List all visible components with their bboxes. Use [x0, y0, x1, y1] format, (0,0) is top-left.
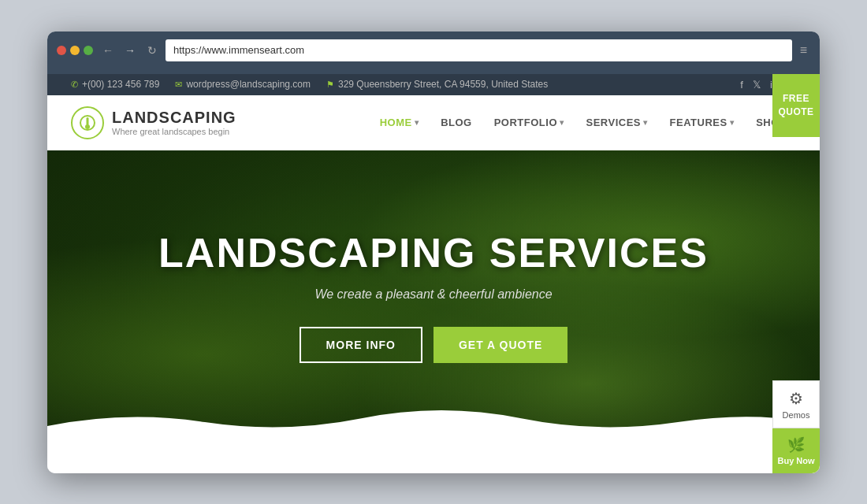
- more-info-button[interactable]: MORE INFO: [300, 327, 422, 363]
- hero-section: LANDSCAPING SERVICES We create a pleasan…: [47, 150, 820, 442]
- features-chevron-icon: ▾: [730, 118, 735, 127]
- logo-text: LANDSCAPING Where great landscapes begin: [112, 109, 236, 136]
- right-sidebar: FREE QUOTE ⚙ Demos 🌿 Buy Now: [772, 74, 820, 473]
- browser-menu-icon[interactable]: ≡: [797, 43, 810, 57]
- maximize-button[interactable]: [84, 46, 93, 55]
- phone-info: ✆ +(00) 123 456 789: [71, 79, 159, 90]
- thermometer-icon: [79, 114, 96, 132]
- close-button[interactable]: [57, 46, 66, 55]
- hero-subtitle: We create a pleasant & cheerful ambience: [158, 287, 709, 302]
- hero-title: LANDSCAPING SERVICES: [158, 229, 709, 276]
- facebook-icon[interactable]: f: [740, 79, 743, 91]
- browser-nav: ← → ↻ https://www.immenseart.com ≡: [99, 39, 810, 61]
- leaf-icon: 🌿: [787, 436, 805, 454]
- svg-rect-1: [87, 117, 89, 125]
- traffic-lights: [57, 46, 93, 55]
- twitter-icon[interactable]: 𝕏: [753, 79, 761, 91]
- website-content: ✆ +(00) 123 456 789 ✉ wordpress@landscap…: [47, 74, 820, 473]
- reload-button[interactable]: ↻: [143, 42, 161, 59]
- buy-now-button[interactable]: 🌿 Buy Now: [772, 428, 820, 473]
- browser-titlebar: ← → ↻ https://www.immenseart.com ≡: [57, 39, 810, 61]
- browser-chrome: ← → ↻ https://www.immenseart.com ≡: [47, 32, 820, 74]
- nav-home[interactable]: HOME ▾: [370, 110, 429, 135]
- nav-features[interactable]: FEATURES ▾: [660, 110, 744, 135]
- minimize-button[interactable]: [70, 46, 80, 55]
- email-icon: ✉: [175, 80, 182, 90]
- services-chevron-icon: ▾: [643, 118, 648, 127]
- logo-subtitle: Where great landscapes begin: [112, 127, 236, 136]
- top-bar-left: ✆ +(00) 123 456 789 ✉ wordpress@landscap…: [71, 79, 548, 90]
- hero-wave: [47, 402, 820, 442]
- hero-content: LANDSCAPING SERVICES We create a pleasan…: [127, 229, 740, 363]
- svg-point-2: [85, 124, 90, 129]
- portfolio-chevron-icon: ▾: [560, 118, 564, 127]
- free-quote-button[interactable]: FREE QUOTE: [772, 74, 820, 137]
- phone-icon: ✆: [71, 80, 78, 90]
- browser-window: ← → ↻ https://www.immenseart.com ≡ ✆ +(0…: [47, 32, 820, 473]
- nav-portfolio[interactable]: PORTFOLIO ▾: [485, 110, 574, 135]
- location-icon: ⚑: [326, 80, 334, 90]
- nav-bar: LANDSCAPING Where great landscapes begin…: [47, 95, 820, 150]
- white-bar: [47, 442, 820, 473]
- home-chevron-icon: ▾: [415, 118, 419, 127]
- logo-title: LANDSCAPING: [112, 109, 236, 127]
- logo: LANDSCAPING Where great landscapes begin: [71, 106, 236, 139]
- website: ✆ +(00) 123 456 789 ✉ wordpress@landscap…: [47, 74, 820, 473]
- address-info: ⚑ 329 Queensberry Street, CA 94559, Unit…: [326, 79, 548, 90]
- email-info: ✉ wordpress@landscaping.com: [175, 79, 311, 90]
- nav-services[interactable]: SERVICES ▾: [577, 110, 657, 135]
- get-quote-button[interactable]: GET A QUOTE: [434, 327, 567, 363]
- forward-button[interactable]: →: [121, 42, 139, 59]
- main-nav: HOME ▾ BLOG PORTFOLIO ▾ SERVICES ▾: [370, 110, 796, 135]
- demos-button[interactable]: ⚙ Demos: [772, 380, 820, 428]
- logo-icon: [71, 106, 104, 139]
- hero-buttons: MORE INFO GET A QUOTE: [158, 327, 709, 363]
- address-bar[interactable]: https://www.immenseart.com: [166, 39, 792, 61]
- back-button[interactable]: ←: [99, 42, 117, 59]
- gear-icon: ⚙: [789, 389, 803, 408]
- nav-blog[interactable]: BLOG: [431, 110, 482, 135]
- top-bar: ✆ +(00) 123 456 789 ✉ wordpress@landscap…: [47, 74, 820, 95]
